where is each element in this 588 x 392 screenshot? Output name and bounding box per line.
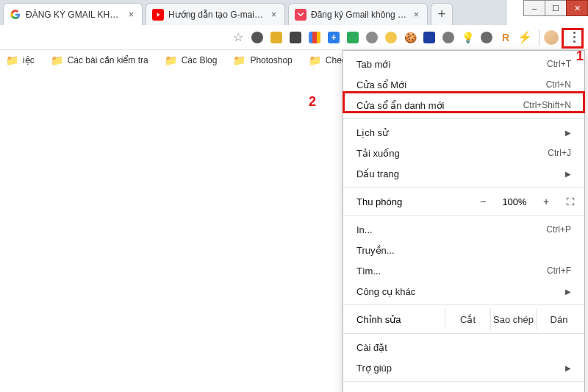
menu-paste[interactable]: Dán [536, 308, 581, 330]
tab-0[interactable]: ĐĂNG KÝ GMAIL KHÔNG C × [3, 3, 143, 25]
ext-icon-8[interactable] [384, 31, 398, 44]
zoom-percentage: 100% [496, 196, 533, 207]
menu-more-tools[interactable]: Công cụ khác ▶ [343, 281, 584, 302]
menu-label: Thu phóng [356, 196, 470, 207]
ext-icon-13[interactable] [480, 31, 493, 44]
tab-1[interactable]: Hướng dẫn tạo G-mail kh × [146, 3, 285, 25]
menu-cut[interactable]: Cắt [445, 308, 490, 330]
menu-label: Chỉnh sửa [356, 314, 445, 325]
chevron-right-icon: ▶ [565, 288, 571, 296]
svg-rect-2 [295, 9, 306, 21]
window-maximize-button[interactable]: ☐ [545, 0, 567, 16]
chevron-right-icon: ▶ [565, 129, 571, 137]
folder-icon: 📁 [6, 54, 18, 66]
menu-label: In... [356, 224, 546, 235]
ext-icon-14[interactable]: R [499, 31, 512, 44]
ext-icon-4[interactable] [308, 31, 321, 44]
menu-label: Truyền... [356, 245, 571, 256]
ext-icon-11[interactable] [442, 31, 455, 44]
window-minimize-button[interactable]: – [523, 0, 545, 16]
tab-strip: ĐĂNG KÝ GMAIL KHÔNG C × Hướng dẫn tạo G-… [0, 0, 507, 25]
menu-label: Tab mới [356, 59, 547, 70]
tab-1-title: Hướng dẫn tạo G-mail kh [168, 10, 265, 20]
menu-separator [343, 118, 584, 119]
menu-shortcut: Ctrl+J [548, 148, 571, 158]
bookmark-label: Các Blog [182, 55, 218, 65]
ext-icon-10[interactable] [423, 31, 436, 44]
chevron-right-icon: ▶ [565, 170, 571, 178]
menu-help[interactable]: Trợ giúp ▶ [343, 357, 584, 378]
tab-0-close[interactable]: × [126, 10, 136, 20]
menu-new-incognito[interactable]: Cửa sổ ẩn danh mới Ctrl+Shift+N [343, 95, 584, 115]
browser-window: – ☐ ✕ ĐĂNG KÝ GMAIL KHÔNG C × Hướng dẫn … [0, 0, 588, 392]
menu-label: Lịch sử [356, 127, 565, 138]
tab-2[interactable]: Đăng ký Gmail không cần × [288, 3, 428, 25]
chrome-menu-button[interactable] [564, 28, 584, 47]
menu-label: Thoát [356, 390, 571, 393]
menu-label: Dấu trang [356, 168, 565, 179]
menu-shortcut: Ctrl+N [546, 79, 571, 90]
ext-icon-6[interactable] [346, 31, 359, 44]
pocket-icon [295, 9, 306, 21]
bookmark-label: Photoshop [250, 55, 292, 65]
menu-separator [343, 304, 584, 305]
window-controls: – ☐ ✕ [524, 0, 588, 21]
chrome-menu: Tab mới Ctrl+T Cửa sổ Mới Ctrl+N Cửa sổ … [343, 50, 585, 392]
menu-separator [343, 215, 584, 216]
toolbar: ☆ + 🍪 💡 R ⚡ [0, 25, 588, 50]
ext-icon-12[interactable]: 💡 [461, 31, 474, 44]
menu-find[interactable]: Tìm... Ctrl+F [343, 260, 584, 281]
menu-label: Cài đặt [356, 342, 571, 353]
youtube-icon [152, 9, 164, 21]
menu-history[interactable]: Lịch sử ▶ [343, 122, 584, 143]
menu-label: Tìm... [356, 266, 547, 277]
menu-downloads[interactable]: Tải xuống Ctrl+J [343, 143, 584, 163]
bookmark-star-icon[interactable]: ☆ [233, 30, 243, 44]
menu-bookmarks[interactable]: Dấu trang ▶ [343, 163, 584, 184]
tab-2-title: Đăng ký Gmail không cần [311, 10, 407, 20]
menu-separator [343, 187, 584, 188]
ext-icon-15[interactable]: ⚡ [518, 31, 531, 44]
folder-icon: 📁 [51, 54, 63, 66]
menu-cast[interactable]: Truyền... [343, 240, 584, 260]
menu-label: Công cụ khác [356, 286, 565, 297]
ext-icon-3[interactable] [289, 31, 302, 44]
ext-icon-2[interactable] [270, 31, 283, 44]
bookmark-label: iệc [23, 55, 35, 65]
google-icon [10, 9, 21, 21]
zoom-out-button[interactable]: − [470, 196, 496, 207]
toolbar-divider [539, 29, 539, 46]
menu-print[interactable]: In... Ctrl+P [343, 219, 584, 240]
menu-edit-row: Chỉnh sửa Cắt Sao chép Dán [343, 308, 584, 330]
bookmark-item-0[interactable]: 📁iệc [6, 54, 35, 66]
folder-icon: 📁 [233, 54, 245, 66]
tab-1-close[interactable]: × [269, 10, 279, 20]
menu-separator [343, 381, 584, 382]
tab-2-close[interactable]: × [412, 10, 421, 20]
menu-copy[interactable]: Sao chép [490, 308, 536, 330]
chevron-right-icon: ▶ [565, 364, 571, 372]
bookmark-label: Các bài cần kiểm tra [68, 55, 148, 65]
new-tab-button[interactable]: + [431, 3, 453, 25]
zoom-in-button[interactable]: + [533, 196, 559, 207]
menu-label: Tải xuống [356, 148, 548, 159]
menu-exit[interactable]: Thoát [343, 385, 584, 392]
menu-new-tab[interactable]: Tab mới Ctrl+T [343, 54, 584, 74]
bookmark-item-2[interactable]: 📁Các Blog [165, 54, 218, 66]
ext-icon-9[interactable]: 🍪 [404, 31, 417, 44]
menu-new-window[interactable]: Cửa sổ Mới Ctrl+N [343, 74, 584, 95]
bookmark-item-3[interactable]: 📁Photoshop [233, 54, 292, 66]
profile-avatar[interactable] [544, 30, 559, 45]
ext-icon-5[interactable]: + [327, 31, 340, 44]
menu-shortcut: Ctrl+P [546, 224, 571, 235]
ext-icon-7[interactable] [365, 31, 379, 44]
menu-shortcut: Ctrl+T [547, 59, 571, 69]
bookmark-item-1[interactable]: 📁Các bài cần kiểm tra [51, 54, 148, 66]
menu-shortcut: Ctrl+Shift+N [523, 100, 571, 110]
fullscreen-icon[interactable] [559, 196, 581, 207]
menu-shortcut: Ctrl+F [547, 266, 571, 276]
menu-zoom-row: Thu phóng − 100% + [343, 190, 584, 213]
ext-icon-1[interactable] [251, 31, 264, 44]
window-close-button[interactable]: ✕ [566, 0, 588, 16]
menu-settings[interactable]: Cài đặt [343, 337, 584, 357]
